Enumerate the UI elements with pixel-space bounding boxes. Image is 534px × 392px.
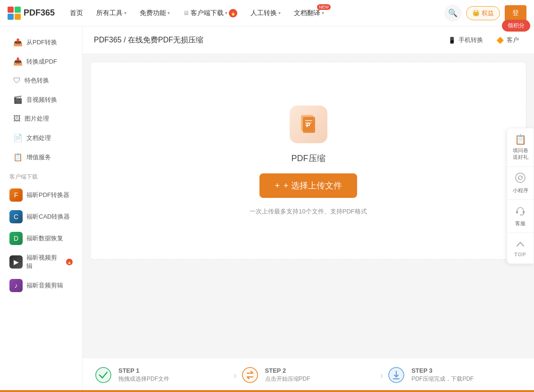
sidebar-item-special-convert[interactable]: 🛡 特色转换 [4, 72, 78, 90]
pdf-compress-icon: P [290, 106, 327, 143]
svg-point-12 [518, 178, 519, 179]
tool-title: PDF压缩 [292, 153, 325, 164]
sidebar-item-vip[interactable]: 📋 增值服务 [4, 148, 78, 166]
step2-content: STEP 2 点击开始压缩PDF [265, 367, 310, 383]
sidebar-app-data[interactable]: D 福昕数据恢复 [2, 228, 80, 249]
step-1: STEP 1 拖拽或选择PDF文件 [94, 366, 230, 384]
monitor-icon: 🖥 [183, 9, 189, 16]
search-button[interactable]: 🔍 [444, 5, 461, 22]
video-app-icon: ▶ [9, 255, 23, 269]
step-3: STEP 3 PDF压缩完成，下载PDF [387, 366, 523, 384]
step-2: STEP 2 点击开始压缩PDF [241, 366, 376, 384]
sidebar-app-cad[interactable]: C 福昕CAD转换器 [2, 206, 80, 227]
chevron-down-icon: ▾ [225, 10, 227, 16]
login-button[interactable]: 登 [505, 5, 526, 21]
plus-icon: + [275, 181, 280, 191]
to-pdf-icon: 📥 [13, 57, 23, 66]
customer-service-label: 客服 [515, 220, 526, 227]
upload-zone[interactable]: P PDF压缩 + + 选择上传文件 一次上传最多支持10个文件、支持PDF格式 [90, 62, 526, 260]
chevron-down-icon: ▾ [124, 10, 126, 16]
top-button[interactable]: TOP [507, 233, 534, 263]
step3-download-icon [387, 366, 406, 384]
sidebar-item-av-convert[interactable]: 🎬 音视频转换 [4, 90, 78, 109]
points-button[interactable]: 领积分 [502, 20, 530, 32]
audio-app-icon: ♪ [9, 279, 23, 292]
nav-download[interactable]: 🖥 客户端下载 ▾ 🔥 [177, 6, 243, 20]
new-badge: NEW [317, 4, 331, 10]
nav-menu: 首页 所有工具 ▾ 免费功能 ▾ 🖥 客户端下载 ▾ 🔥 人工转换 ▾ 文档翻译… [64, 6, 444, 20]
step-arrow-1: › [234, 370, 237, 381]
breadcrumb: PDF365 / 在线免费PDF无损压缩 [94, 35, 203, 45]
special-icon: 🛡 [13, 76, 21, 85]
svg-point-10 [516, 173, 525, 182]
miniprogram-button[interactable]: 小程序 [507, 167, 534, 200]
step3-desc: PDF压缩完成，下载PDF [411, 375, 474, 383]
sidebar-item-to-pdf[interactable]: 📥 转换成PDF [4, 52, 78, 71]
av-icon: 🎬 [13, 95, 23, 104]
customer-service-float-button[interactable]: 客服 [507, 200, 534, 233]
image-icon: 🖼 [13, 114, 21, 123]
data-app-icon: D [9, 232, 23, 245]
survey-label: 填问卷送好礼 [513, 147, 528, 161]
svg-point-15 [520, 214, 521, 215]
step2-desc: 点击开始压缩PDF [265, 375, 310, 383]
cad-app-icon: C [9, 210, 23, 223]
right-float-panel: 📋 填问卷送好礼 小程序 客服 [507, 128, 534, 264]
survey-icon: 📋 [515, 134, 526, 145]
sidebar-app-audio[interactable]: ♪ 福昕音频剪辑 [2, 275, 80, 296]
sidebar-app-video[interactable]: ▶ 福昕视频剪辑 🔥 [2, 250, 80, 274]
crown-icon: 👑 [472, 9, 480, 16]
step-arrow-2: › [380, 370, 383, 381]
svg-point-6 [96, 368, 111, 383]
breadcrumb-actions: 📱 手机转换 🔶 客户 [444, 34, 523, 46]
sidebar-item-from-pdf[interactable]: 📤 从PDF转换 [4, 33, 78, 51]
breadcrumb-bar: PDF365 / 在线免费PDF无损压缩 📱 手机转换 🔶 客户 [83, 26, 534, 54]
sidebar-item-doc[interactable]: 📄 文档处理 [4, 129, 78, 147]
step3-num: STEP 3 [411, 367, 474, 374]
miniprogram-label: 小程序 [513, 187, 528, 194]
step3-content: STEP 3 PDF压缩完成，下载PDF [411, 367, 474, 383]
miniprogram-icon [515, 172, 526, 185]
mobile-convert-button[interactable]: 📱 手机转换 [444, 34, 487, 46]
svg-point-7 [242, 368, 258, 383]
fire-icon: 🔥 [229, 9, 237, 17]
fire-badge-icon: 🔥 [66, 259, 73, 265]
chevron-down-icon: ▾ [278, 10, 281, 16]
mobile-icon: 📱 [448, 37, 456, 44]
steps-bar: STEP 1 拖拽或选择PDF文件 › STEP 2 点击开始压缩PDF › [83, 358, 534, 392]
logo-text: PDF365 [24, 8, 55, 18]
main-layout: 📤 从PDF转换 📥 转换成PDF 🛡 特色转换 🎬 音视频转换 🖼 图片处理 … [0, 26, 534, 392]
chevron-down-icon: ▾ [322, 10, 324, 16]
benefits-button[interactable]: 👑 权益 [466, 6, 500, 20]
vip-icon: 📋 [13, 153, 23, 162]
logo[interactable]: PDF365 [8, 7, 55, 20]
headset-icon [515, 205, 526, 218]
pdf-app-icon: F [9, 188, 23, 202]
svg-rect-13 [516, 211, 518, 213]
customer-service-button[interactable]: 🔶 客户 [492, 34, 523, 46]
header: PDF365 首页 所有工具 ▾ 免费功能 ▾ 🖥 客户端下载 ▾ 🔥 人工转换… [0, 0, 534, 26]
nav-home[interactable]: 首页 [64, 6, 89, 20]
step1-check-icon [94, 366, 113, 384]
chevron-down-icon: ▾ [167, 10, 170, 16]
doc-icon: 📄 [13, 133, 23, 142]
upload-hint: 一次上传最多支持10个文件、支持PDF格式 [250, 207, 367, 216]
survey-button[interactable]: 📋 填问卷送好礼 [507, 128, 534, 167]
content-area: PDF365 / 在线免费PDF无损压缩 📱 手机转换 🔶 客户 P [83, 26, 534, 392]
nav-tools[interactable]: 所有工具 ▾ [91, 6, 132, 20]
step1-num: STEP 1 [118, 367, 169, 374]
sidebar-app-pdf[interactable]: F 福昕PDF转换器 [2, 185, 80, 205]
top-label: TOP [514, 251, 526, 258]
nav-translate[interactable]: 文档翻译 NEW ▾ [288, 6, 330, 20]
from-pdf-icon: 📤 [13, 38, 23, 47]
nav-free[interactable]: 免费功能 ▾ [134, 6, 175, 20]
nav-manual-convert[interactable]: 人工转换 ▾ [245, 6, 286, 20]
service-icon: 🔶 [496, 37, 504, 44]
upload-button[interactable]: + + 选择上传文件 [259, 173, 357, 198]
top-arrow-icon [515, 238, 526, 249]
step2-convert-icon [241, 366, 259, 384]
step2-num: STEP 2 [265, 367, 310, 374]
sidebar-item-image[interactable]: 🖼 图片处理 [4, 110, 78, 128]
step1-content: STEP 1 拖拽或选择PDF文件 [118, 367, 169, 383]
bottom-bar [0, 390, 534, 392]
